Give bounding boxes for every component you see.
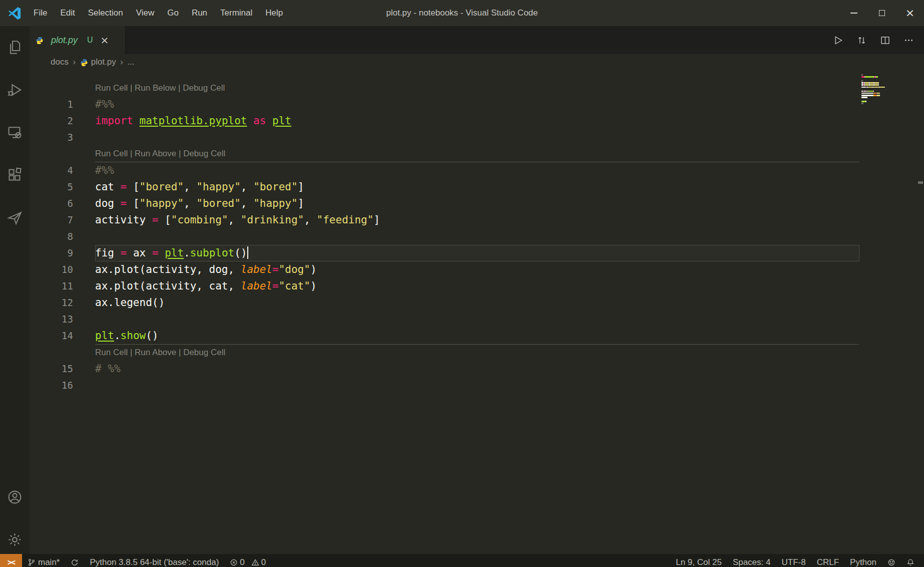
account-icon[interactable] <box>0 476 30 518</box>
status-git-branch[interactable]: main* <box>22 554 65 567</box>
minimap[interactable] <box>861 74 889 119</box>
menu-run[interactable]: Run <box>185 0 214 26</box>
chevron-right-icon: › <box>73 57 76 67</box>
remote-explorer-icon[interactable] <box>0 111 30 154</box>
line-number[interactable]: 10 <box>30 261 95 278</box>
line-number[interactable]: 4 <box>30 162 95 179</box>
menu-file[interactable]: File <box>27 0 54 26</box>
maximize-button[interactable] <box>868 0 896 26</box>
git-untracked-badge: U <box>87 36 93 45</box>
code-line[interactable]: cat = ["bored", "happy", "bored"] <box>95 179 304 195</box>
tab-bar: plot.py U × <box>30 26 924 54</box>
more-actions-icon[interactable] <box>903 35 914 46</box>
codelens-separator: | <box>176 83 183 93</box>
remote-indicator[interactable]: >< <box>0 554 22 567</box>
codelens-run-cell[interactable]: Run Cell <box>95 149 128 158</box>
menu-terminal[interactable]: Terminal <box>214 0 259 26</box>
menu-selection[interactable]: Selection <box>82 0 130 26</box>
status-notifications[interactable] <box>901 554 920 567</box>
breadcrumb: docs › plot.py › ... <box>30 54 924 70</box>
status-encoding[interactable]: UTF-8 <box>776 554 811 567</box>
line-number[interactable]: 9 <box>30 245 95 261</box>
git-branch-icon <box>28 558 36 566</box>
code-area[interactable]: Run Cell | Run Below | Debug Cell1#%%2im… <box>30 70 924 554</box>
run-python-file-icon[interactable] <box>833 35 843 46</box>
window-title: plot.py - notebooks - Visual Studio Code <box>386 8 538 18</box>
menu-help[interactable]: Help <box>259 0 289 26</box>
status-eol[interactable]: CRLF <box>811 554 844 567</box>
vscode-window: FileEditSelectionViewGoRunTerminalHelp p… <box>0 0 924 567</box>
codelens-debug-cell[interactable]: Debug Cell <box>183 348 225 357</box>
line-number <box>30 80 95 96</box>
codelens-separator: | <box>176 348 183 357</box>
code-line[interactable]: dog = ["happy", "bored", "happy"] <box>95 195 304 212</box>
close-tab-icon[interactable]: × <box>101 34 109 46</box>
line-number[interactable]: 15 <box>30 361 95 377</box>
breadcrumb-file[interactable]: plot.py <box>91 57 116 67</box>
codelens-run-cell[interactable]: Run Cell <box>95 348 128 357</box>
status-bar-right: Ln 9, Col 25Spaces: 4UTF-8CRLFPython <box>670 554 924 567</box>
warnings-icon <box>251 558 259 566</box>
codelens-run-above[interactable]: Run Above <box>135 149 176 158</box>
code-line[interactable]: ax.legend() <box>95 295 165 311</box>
breadcrumb-folder[interactable]: docs <box>51 57 69 67</box>
code-line[interactable]: ax.plot(activity, dog, label="dog") <box>95 261 317 278</box>
line-number[interactable]: 13 <box>30 311 95 328</box>
code-line[interactable]: activity = ["combing", "drinking", "feed… <box>95 212 380 228</box>
codelens: Run Cell | Run Above | Debug Cell <box>95 345 225 361</box>
codelens-run-cell[interactable]: Run Cell <box>95 83 128 93</box>
status-indentation[interactable]: Spaces: 4 <box>727 554 776 567</box>
line-number[interactable]: 11 <box>30 278 95 295</box>
tab-plot-py[interactable]: plot.py U × <box>30 26 126 54</box>
menu-edit[interactable]: Edit <box>54 0 81 26</box>
line-number[interactable]: 7 <box>30 212 95 228</box>
line-number[interactable]: 14 <box>30 328 95 344</box>
code-line[interactable]: ax.plot(activity, cat, label="cat") <box>95 278 317 295</box>
run-and-debug-icon[interactable] <box>0 69 30 111</box>
codelens-run-below[interactable]: Run Below <box>135 83 176 93</box>
breadcrumb-symbol[interactable]: ... <box>128 57 135 67</box>
code-line[interactable]: import matplotlib.pyplot as plt <box>95 113 291 129</box>
line-number[interactable]: 8 <box>30 228 95 245</box>
status-sync[interactable] <box>65 554 84 567</box>
status-language-mode[interactable]: Python <box>844 554 882 567</box>
deploy-icon[interactable] <box>0 196 30 239</box>
status-python-interpreter[interactable]: Python 3.8.5 64-bit ('base': conda) <box>84 554 224 567</box>
line-number[interactable]: 5 <box>30 179 95 195</box>
codelens-debug-cell[interactable]: Debug Cell <box>183 83 225 93</box>
line-number[interactable]: 16 <box>30 377 95 394</box>
status-problems[interactable]: 00 <box>224 554 275 567</box>
code-line[interactable]: plt.show() <box>95 328 158 344</box>
tab-label: plot.py <box>51 35 78 46</box>
code-line[interactable]: #%% <box>95 162 114 179</box>
codelens-debug-cell[interactable]: Debug Cell <box>183 149 225 158</box>
line-number[interactable]: 3 <box>30 129 95 146</box>
python-file-icon <box>36 37 44 45</box>
code-line[interactable]: #%% <box>95 96 114 113</box>
remote-icon: >< <box>8 558 15 567</box>
window-controls: × <box>840 0 924 26</box>
minimize-button[interactable] <box>840 0 868 26</box>
codelens: Run Cell | Run Above | Debug Cell <box>95 146 225 162</box>
line-number[interactable]: 6 <box>30 195 95 212</box>
open-changes-icon[interactable] <box>856 35 867 46</box>
close-window-button[interactable]: × <box>896 0 924 26</box>
python-file-icon <box>80 59 88 67</box>
line-number[interactable]: 2 <box>30 113 95 129</box>
explorer-icon[interactable] <box>0 26 30 69</box>
menu-bar: FileEditSelectionViewGoRunTerminalHelp <box>27 0 289 26</box>
line-number <box>30 345 95 361</box>
status-cursor-position[interactable]: Ln 9, Col 25 <box>670 554 727 567</box>
menu-view[interactable]: View <box>130 0 161 26</box>
close-icon: × <box>905 8 914 19</box>
status-bar-left: main*Python 3.8.5 64-bit ('base': conda)… <box>22 554 275 567</box>
split-editor-icon[interactable] <box>880 35 890 46</box>
codelens-run-above[interactable]: Run Above <box>135 348 176 357</box>
code-line[interactable]: fig = ax = plt.subplot() <box>95 245 859 261</box>
menu-go[interactable]: Go <box>161 0 185 26</box>
line-number[interactable]: 12 <box>30 295 95 311</box>
status-feedback[interactable] <box>882 554 901 567</box>
extensions-icon[interactable] <box>0 154 30 196</box>
code-line[interactable]: # %% <box>95 361 121 377</box>
line-number[interactable]: 1 <box>30 96 95 113</box>
